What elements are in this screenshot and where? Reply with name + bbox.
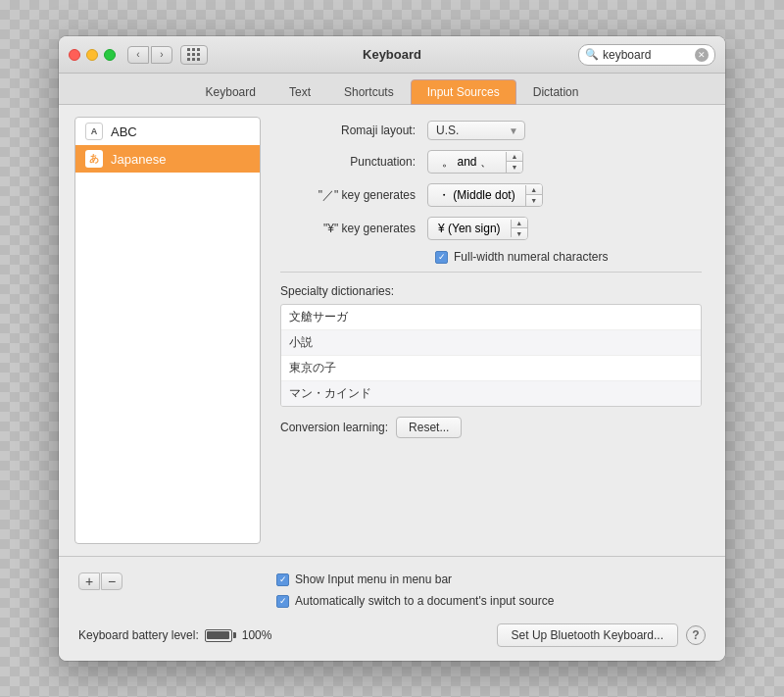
punctuation-up[interactable]: ▲ [507, 151, 522, 162]
slash-key-down[interactable]: ▼ [526, 195, 542, 206]
punctuation-control: 。 and 、 ▲ ▼ [427, 150, 523, 174]
nav-buttons: ‹ › [127, 46, 172, 64]
dict-item-3[interactable]: マン・カインド [281, 381, 701, 406]
punctuation-row: Punctuation: 。 and 、 ▲ ▼ [280, 150, 702, 174]
punctuation-stepper[interactable]: 。 and 、 ▲ ▼ [427, 150, 523, 174]
help-button[interactable]: ? [686, 625, 706, 645]
reset-button[interactable]: Reset... [396, 417, 462, 438]
tab-bar: Keyboard Text Shortcuts Input Sources Di… [59, 74, 725, 105]
dictionary-list: 文艙サーガ 小説 東京の子 マン・カインド [280, 304, 702, 407]
app-grid-button[interactable] [180, 45, 208, 65]
search-box[interactable]: 🔍 keyboard ✕ [578, 44, 715, 66]
footer-row: Keyboard battery level: 100% Set Up Blue… [74, 616, 710, 651]
abc-icon: A [85, 123, 103, 140]
slash-key-value: ・ (Middle dot) [428, 185, 526, 206]
yen-key-down[interactable]: ▼ [512, 228, 527, 239]
window-title: Keyboard [363, 47, 421, 62]
slash-key-stepper[interactable]: ・ (Middle dot) ▲ ▼ [427, 183, 543, 207]
maximize-button[interactable] [104, 49, 116, 61]
source-japanese-label: Japanese [111, 152, 166, 167]
main-window: ‹ › Keyboard 🔍 keyboard ✕ Keyboard Text … [59, 36, 725, 661]
yen-key-control: ¥ (Yen sign) ▲ ▼ [427, 217, 528, 240]
source-abc-label: ABC [111, 124, 137, 139]
slash-key-arrows: ▲ ▼ [526, 184, 542, 206]
tab-text[interactable]: Text [272, 79, 327, 105]
battery-body [205, 629, 232, 642]
separator [280, 272, 702, 273]
slash-key-label: "／" key generates [280, 187, 427, 204]
search-clear-button[interactable]: ✕ [695, 48, 709, 62]
add-source-button[interactable]: + [78, 573, 100, 590]
battery-icon [205, 629, 236, 642]
yen-key-stepper[interactable]: ¥ (Yen sign) ▲ ▼ [427, 217, 528, 240]
fullwidth-row: Full-width numeral characters [435, 250, 702, 264]
bottom-checkboxes: Show Input menu in menu bar Automaticall… [265, 573, 706, 616]
punctuation-value: 。 and 、 [428, 152, 507, 173]
forward-button[interactable]: › [151, 46, 172, 64]
tab-dictation[interactable]: Dictation [516, 79, 596, 105]
romaji-layout-label: Romaji layout: [280, 124, 427, 137]
yen-key-label: "¥" key generates [280, 222, 427, 235]
yen-key-value: ¥ (Yen sign) [428, 220, 512, 237]
minimize-button[interactable] [86, 49, 98, 61]
show-input-menu-row: Show Input menu in menu bar [276, 573, 706, 586]
tab-shortcuts[interactable]: Shortcuts [327, 79, 411, 105]
dict-item-1[interactable]: 小説 [281, 330, 701, 356]
fullwidth-checkbox[interactable] [435, 251, 448, 264]
auto-switch-checkbox[interactable] [276, 595, 289, 608]
grid-icon [187, 48, 201, 62]
specialty-dicts-label: Specialty dictionaries: [280, 284, 702, 298]
romaji-layout-row: Romaji layout: U.S. ▼ [280, 121, 702, 140]
romaji-layout-arrow: ▼ [509, 125, 518, 136]
sources-panel: A ABC あ Japanese [74, 117, 261, 544]
show-input-menu-label: Show Input menu in menu bar [295, 573, 452, 586]
slash-key-control: ・ (Middle dot) ▲ ▼ [427, 183, 543, 207]
add-remove-row: + − [78, 573, 265, 590]
battery-label: Keyboard battery level: [78, 628, 199, 642]
romaji-layout-control: U.S. ▼ [427, 121, 525, 140]
dict-item-2[interactable]: 東京の子 [281, 356, 701, 381]
traffic-lights [69, 49, 116, 61]
auto-switch-label: Automatically switch to a document's inp… [295, 594, 554, 608]
bottom-section: + − Show Input menu in menu bar Automati… [74, 567, 710, 616]
romaji-layout-select[interactable]: U.S. ▼ [427, 121, 525, 140]
footer-buttons: Set Up Bluetooth Keyboard... ? [497, 623, 706, 647]
punctuation-label: Punctuation: [280, 155, 427, 169]
source-item-japanese[interactable]: あ Japanese [75, 145, 260, 173]
conversion-label: Conversion learning: [280, 421, 388, 434]
punctuation-down[interactable]: ▼ [507, 162, 522, 173]
jp-icon: あ [85, 150, 103, 168]
bottom-left: + − [78, 573, 265, 596]
dict-item-0[interactable]: 文艙サーガ [281, 305, 701, 330]
auto-switch-row: Automatically switch to a document's inp… [276, 594, 706, 608]
punctuation-arrows: ▲ ▼ [507, 151, 522, 173]
yen-key-up[interactable]: ▲ [512, 218, 527, 228]
tab-keyboard[interactable]: Keyboard [189, 79, 272, 105]
back-button[interactable]: ‹ [127, 46, 149, 64]
slash-key-row: "／" key generates ・ (Middle dot) ▲ ▼ [280, 183, 702, 207]
settings-panel: Romaji layout: U.S. ▼ Punctuation: 。 and… [272, 117, 710, 544]
main-content: A ABC あ Japanese Romaji layout: U.S. ▼ [59, 105, 725, 556]
search-icon: 🔍 [585, 48, 599, 61]
battery-value: 100% [242, 628, 272, 642]
romaji-layout-value: U.S. [436, 124, 459, 137]
tab-input-sources[interactable]: Input Sources [411, 79, 516, 105]
source-item-abc[interactable]: A ABC [75, 118, 260, 145]
battery-fill [207, 631, 229, 639]
bottom-bar: + − Show Input menu in menu bar Automati… [59, 556, 725, 661]
close-button[interactable] [69, 49, 80, 61]
search-input[interactable]: keyboard [603, 48, 695, 62]
titlebar: ‹ › Keyboard 🔍 keyboard ✕ [59, 36, 725, 74]
battery-tip [233, 632, 236, 638]
conversion-row: Conversion learning: Reset... [280, 417, 702, 438]
slash-key-up[interactable]: ▲ [526, 184, 542, 195]
yen-key-row: "¥" key generates ¥ (Yen sign) ▲ ▼ [280, 217, 702, 240]
yen-key-arrows: ▲ ▼ [512, 218, 527, 239]
remove-source-button[interactable]: − [101, 573, 122, 590]
show-input-menu-checkbox[interactable] [276, 573, 289, 586]
bluetooth-button[interactable]: Set Up Bluetooth Keyboard... [497, 623, 678, 647]
fullwidth-label: Full-width numeral characters [454, 250, 608, 264]
battery-area: Keyboard battery level: 100% [78, 628, 271, 642]
